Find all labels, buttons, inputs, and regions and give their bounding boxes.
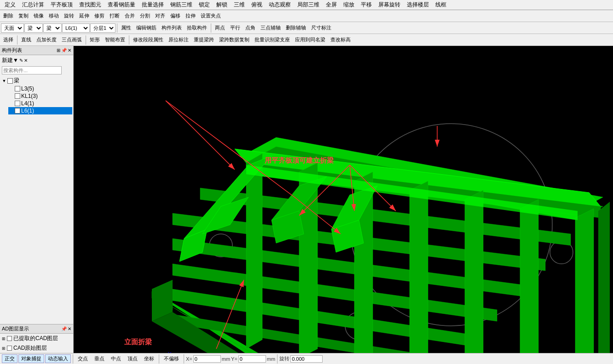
btn-select[interactable]: 选择 xyxy=(1,35,16,45)
btn-component-list[interactable]: 构件列表 xyxy=(159,23,184,33)
btn-pick-component[interactable]: 拾取构件 xyxy=(185,23,209,33)
btn-point-len[interactable]: 点加长度 xyxy=(34,35,59,45)
x-input[interactable] xyxy=(193,355,221,363)
btn-trim[interactable]: 修剪 xyxy=(92,11,107,21)
btn-in-situ-mark[interactable]: 原位标注 xyxy=(166,35,191,45)
btn-set-grip[interactable]: 设置夹点 xyxy=(198,11,223,21)
y-input[interactable] xyxy=(238,355,266,363)
btn-align[interactable]: 对齐 xyxy=(153,11,168,21)
btn-properties[interactable]: 属性 xyxy=(119,23,133,33)
panel-new-icon[interactable]: ⊞ xyxy=(57,48,60,53)
btn-3pt-arc[interactable]: 三点画弧 xyxy=(59,35,84,45)
layer-node-original[interactable]: ⊞ CAD原始图层 xyxy=(0,343,73,353)
y-label: Y= xyxy=(231,356,237,362)
btn-delete[interactable]: 删除 xyxy=(1,11,16,21)
menu-pan[interactable]: 平移 xyxy=(358,0,375,10)
btn-offset[interactable]: 偏移 xyxy=(168,11,183,21)
btn-two-point[interactable]: 两点 xyxy=(213,23,227,33)
select-sub-floor[interactable]: 分层1 xyxy=(90,23,116,33)
menu-wireframe[interactable]: 线框 xyxy=(433,0,449,10)
layer-close-icon[interactable]: ✕ xyxy=(68,326,71,331)
btn-merge[interactable]: 合并 xyxy=(122,11,137,21)
btn-vertex[interactable]: 顶点 xyxy=(125,354,140,363)
btn-no-offset[interactable]: 不偏移 xyxy=(161,354,182,363)
tree-check-l4[interactable] xyxy=(15,101,20,106)
menu-zoom[interactable]: 缩放 xyxy=(341,0,357,10)
btn-smart-layout[interactable]: 智能布置 xyxy=(103,35,127,45)
menu-align-top[interactable]: 平齐板顶 xyxy=(48,0,75,10)
btn-extend[interactable]: 延伸 xyxy=(77,11,92,21)
btn-point-angle[interactable]: 点角 xyxy=(243,23,258,33)
select-category[interactable]: 梁 xyxy=(24,23,43,33)
tree-label-beam: 梁 xyxy=(14,77,19,85)
btn-line[interactable]: 直线 xyxy=(19,35,34,45)
btn-break[interactable]: 打断 xyxy=(107,11,122,21)
btn-edit-rebar[interactable]: 编辑钢筋 xyxy=(134,23,159,33)
layer-node-extracted[interactable]: ⊞ 已提取的CAD图层 xyxy=(0,334,73,343)
btn-split[interactable]: 分割 xyxy=(138,11,152,21)
btn-stretch[interactable]: 拉伸 xyxy=(183,11,198,21)
menu-3d[interactable]: 三维 xyxy=(231,0,248,10)
btn-batch-identify[interactable]: 批量识别梁支座 xyxy=(252,35,292,45)
menu-view-rebar[interactable]: 查看钢筋量 xyxy=(105,0,138,10)
tree-check-beam[interactable] xyxy=(7,78,13,84)
layer-check-extracted[interactable] xyxy=(7,336,12,341)
btn-copy[interactable]: 复制 xyxy=(16,11,31,21)
btn-move[interactable]: 移动 xyxy=(46,11,61,21)
layer-check-original[interactable] xyxy=(7,346,12,351)
btn-rect[interactable]: 矩形 xyxy=(87,35,102,45)
select-sub-type[interactable]: 梁 xyxy=(43,23,62,33)
menu-find[interactable]: 查找图元 xyxy=(76,0,104,10)
menu-rebar-3d[interactable]: 钢筋三维 xyxy=(168,0,195,10)
menu-screen-rotate[interactable]: 屏幕旋转 xyxy=(376,0,403,10)
tree-node-l6[interactable]: L6(1) xyxy=(8,107,72,114)
btn-dynin[interactable]: 动态输入 xyxy=(45,354,71,363)
panel-close-icon[interactable]: ✕ xyxy=(68,48,71,53)
menu-lock[interactable]: 锁定 xyxy=(196,0,213,10)
menu-fullscreen[interactable]: 全屏 xyxy=(323,0,340,10)
tree-check-l6[interactable] xyxy=(15,108,20,114)
btn-span-copy[interactable]: 梁跨数据复制 xyxy=(217,35,252,45)
btn-3pt-aux[interactable]: 三点辅轴 xyxy=(258,23,283,33)
btn-parallel[interactable]: 平行 xyxy=(228,23,243,33)
tree-check-l3[interactable] xyxy=(15,86,20,91)
menu-batch-select[interactable]: 批量选择 xyxy=(139,0,167,10)
layer-pin-icon[interactable]: 📌 xyxy=(61,326,67,331)
btn-re-span[interactable]: 重提梁跨 xyxy=(191,35,216,45)
btn-coord[interactable]: 坐标 xyxy=(141,354,157,363)
menu-select-floor[interactable]: 选择楼层 xyxy=(404,0,432,10)
btn-osnap[interactable]: 对象捕捉 xyxy=(18,354,44,363)
select-level[interactable]: L6(1) xyxy=(62,23,90,33)
tree-check-kl1[interactable] xyxy=(15,93,20,99)
rotate-input[interactable] xyxy=(290,355,323,363)
btn-apply-same-name[interactable]: 应用到同名梁 xyxy=(293,35,328,45)
btn-ortho[interactable]: 正交 xyxy=(2,354,17,363)
btn-del-aux[interactable]: 删除辅轴 xyxy=(283,23,308,33)
tree-node-beam[interactable]: ▼ 梁 xyxy=(1,76,72,85)
btn-modify-seg[interactable]: 修改段段属性 xyxy=(131,35,166,45)
menu-define[interactable]: 定义 xyxy=(2,0,18,10)
tree-node-kl1[interactable]: KL1(3) xyxy=(8,92,72,100)
menu-local-3d[interactable]: 局部三维 xyxy=(295,0,322,10)
tree-node-l3[interactable]: L3(5) xyxy=(8,85,72,92)
viewport[interactable]: Y X 用平齐板顶可建立折梁 立面折梁 xyxy=(74,46,613,353)
search-input[interactable] xyxy=(2,66,62,74)
menu-unlock[interactable]: 解锁 xyxy=(214,0,230,10)
panel-del-icon[interactable]: ✕ xyxy=(24,58,28,63)
select-floor-type[interactable]: 天面 xyxy=(1,23,24,33)
btn-intersection[interactable]: 交点 xyxy=(75,354,91,363)
btn-rotate[interactable]: 旋转 xyxy=(62,11,76,21)
btn-dim-note[interactable]: 尺寸标注 xyxy=(309,23,334,33)
rotate-field: 旋转 xyxy=(279,355,323,363)
menu-dynamic-view[interactable]: 动态观察 xyxy=(266,0,294,10)
btn-mirror[interactable]: 镜像 xyxy=(31,11,46,21)
btn-perpend[interactable]: 垂点 xyxy=(92,354,107,363)
menu-top-view[interactable]: 俯视 xyxy=(249,0,265,10)
left-panel: 构件列表 ⊞ 📌 ✕ 新建▼ ✎ ✕ ▼ 梁 xyxy=(0,46,74,353)
tree-node-l4[interactable]: L4(1) xyxy=(8,100,72,107)
panel-edit-icon[interactable]: ✎ xyxy=(19,58,23,63)
panel-pin-icon[interactable]: 📌 xyxy=(61,48,67,53)
menu-calc[interactable]: 汇总计算 xyxy=(19,0,47,10)
btn-midpoint[interactable]: 中点 xyxy=(108,354,124,363)
btn-check-elevation[interactable]: 查改标高 xyxy=(328,35,353,45)
